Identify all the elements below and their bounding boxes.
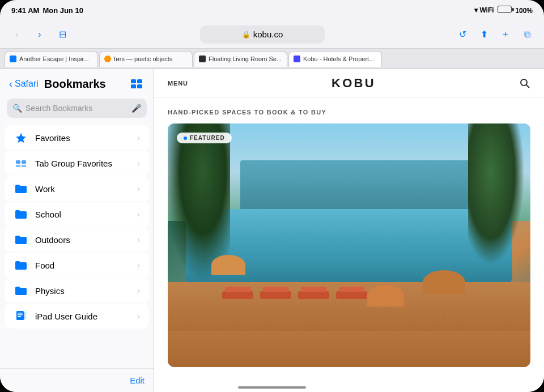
kobu-search-button[interactable] — [519, 78, 530, 89]
food-label: Food — [35, 261, 130, 270]
back-chevron-icon: ‹ — [9, 78, 12, 90]
tab-2-label: førs — poetic objects — [114, 56, 188, 62]
ipad-user-guide-label: iPad User Guide — [35, 312, 130, 321]
tab-1-favicon — [10, 56, 16, 62]
kobu-hero-image: FEATURED — [168, 123, 530, 367]
kobu-menu-button[interactable]: MENU — [168, 80, 188, 87]
grid-icon — [131, 79, 142, 88]
back-to-safari-button[interactable]: ‹ Safari — [9, 78, 39, 90]
web-content: MENU KOBU HAND-PICKED SPACES TO BOOK & T… — [154, 69, 544, 392]
lock-icon: 🔒 — [242, 31, 250, 39]
bookmark-item-ipad-user-guide[interactable]: iPad User Guide › — [5, 304, 149, 329]
svg-rect-2 — [131, 84, 136, 88]
status-bar: 9:41 AM Mon Jun 10 ▾ WiFi 100% — [0, 0, 544, 20]
svg-rect-12 — [18, 316, 21, 317]
sidebar-footer: Edit — [0, 368, 154, 392]
chairs-area — [222, 255, 476, 299]
tab-group-icon — [14, 156, 28, 171]
chair-2 — [260, 291, 291, 299]
svg-rect-10 — [18, 313, 23, 314]
forward-icon: › — [38, 29, 41, 40]
reader-icon: ⊟ — [59, 29, 66, 40]
chair-3 — [298, 291, 329, 299]
date: Mon Jun 10 — [42, 6, 83, 15]
bookmark-list: Favorites › Tab Group Favorit — [0, 122, 154, 368]
tab-1[interactable]: Another Escape | Inspir... — [5, 51, 98, 67]
chair-4 — [336, 291, 367, 299]
body-area: ‹ Safari Bookmarks 🔍 — [0, 69, 544, 392]
food-chevron: › — [137, 261, 140, 270]
add-bookmark-button[interactable]: ＋ — [498, 27, 513, 42]
ipad-user-guide-icon — [14, 309, 28, 323]
search-icon: 🔍 — [12, 104, 22, 113]
work-label: Work — [35, 184, 130, 194]
svg-rect-9 — [16, 311, 24, 320]
address-bar[interactable]: 🔒 kobu.co — [200, 25, 325, 44]
ipad-frame: 9:41 AM Mon Jun 10 ▾ WiFi 100% ‹ › ⊟ — [0, 0, 544, 392]
share-icon: ⬆ — [481, 29, 488, 40]
svg-rect-5 — [16, 160, 20, 164]
chair-1 — [222, 291, 253, 299]
tab-3-label: Floating Living Room Se... — [209, 56, 282, 62]
back-safari-label: Safari — [15, 79, 39, 89]
svg-rect-8 — [22, 165, 26, 167]
svg-rect-6 — [22, 160, 26, 164]
tab-3[interactable]: Floating Living Room Se... — [194, 51, 287, 67]
tab-4-label: Kobu - Hotels & Propert... — [303, 56, 377, 62]
reader-view-button[interactable]: ⊟ — [54, 27, 70, 42]
sidebar-header: ‹ Safari Bookmarks — [0, 69, 154, 96]
physics-folder-icon — [14, 283, 28, 298]
bookmark-item-physics[interactable]: Physics › — [5, 278, 149, 303]
website-settings-button[interactable]: ↺ — [454, 27, 470, 42]
bookmark-item-favorites[interactable]: Favorites › — [5, 125, 149, 150]
tab-overview-icon: ⧉ — [524, 29, 530, 40]
tabs-bar: Another Escape | Inspir... førs — poetic… — [0, 49, 544, 69]
tree-right — [468, 123, 525, 265]
tab-1-label: Another Escape | Inspir... — [19, 56, 93, 62]
tab-4-favicon — [294, 56, 300, 62]
website-settings-icon: ↺ — [459, 29, 466, 40]
physics-label: Physics — [35, 286, 130, 296]
school-folder-icon — [14, 207, 28, 221]
sidebar-title: Bookmarks — [44, 78, 123, 91]
school-chevron: › — [137, 210, 140, 219]
mic-icon: 🎤 — [131, 104, 141, 113]
work-chevron: › — [137, 184, 140, 193]
main-area: ‹ › ⊟ 🔒 kobu.co ↺ ⬆ — [0, 20, 544, 392]
kobu-nav: MENU KOBU — [154, 69, 544, 97]
battery-icon: 100% — [498, 6, 533, 15]
forward-button[interactable]: › — [32, 27, 48, 42]
svg-rect-7 — [16, 165, 20, 167]
tab-2[interactable]: førs — poetic objects — [99, 51, 193, 67]
outdoors-folder-icon — [14, 232, 28, 247]
sidebar-view-button[interactable] — [129, 76, 144, 92]
bookmark-item-outdoors[interactable]: Outdoors › — [5, 227, 149, 252]
svg-rect-3 — [137, 84, 142, 88]
back-button[interactable]: ‹ — [9, 27, 25, 42]
share-button[interactable]: ⬆ — [476, 27, 492, 42]
tab-3-favicon — [199, 56, 206, 62]
bookmark-item-work[interactable]: Work › — [5, 176, 149, 201]
svg-point-14 — [521, 79, 527, 86]
tab-4[interactable]: Kobu - Hotels & Propert... — [288, 51, 382, 67]
favorites-chevron: › — [137, 133, 140, 142]
svg-rect-11 — [18, 314, 23, 316]
bookmark-item-tab-group-favorites[interactable]: Tab Group Favorites › — [5, 151, 149, 176]
bookmark-item-school[interactable]: School › — [5, 202, 149, 227]
browser-toolbar: ‹ › ⊟ 🔒 kobu.co ↺ ⬆ — [0, 20, 544, 49]
ipad-user-guide-chevron: › — [137, 312, 140, 321]
tab-overview-button[interactable]: ⧉ — [519, 27, 535, 42]
work-folder-icon — [14, 181, 28, 196]
time: 9:41 AM — [11, 6, 39, 15]
outdoors-label: Outdoors — [35, 235, 130, 245]
back-icon: ‹ — [15, 29, 18, 40]
kobu-tagline: HAND-PICKED SPACES TO BOOK & TO BUY — [168, 109, 530, 116]
featured-dot — [184, 137, 187, 140]
physics-chevron: › — [137, 286, 140, 295]
svg-line-15 — [526, 84, 530, 88]
edit-button[interactable]: Edit — [130, 376, 144, 385]
bookmark-item-food[interactable]: Food › — [5, 253, 149, 278]
search-bar[interactable]: 🔍 Search Bookmarks 🎤 — [7, 99, 147, 118]
add-icon: ＋ — [501, 28, 510, 40]
favorites-icon — [14, 130, 28, 145]
